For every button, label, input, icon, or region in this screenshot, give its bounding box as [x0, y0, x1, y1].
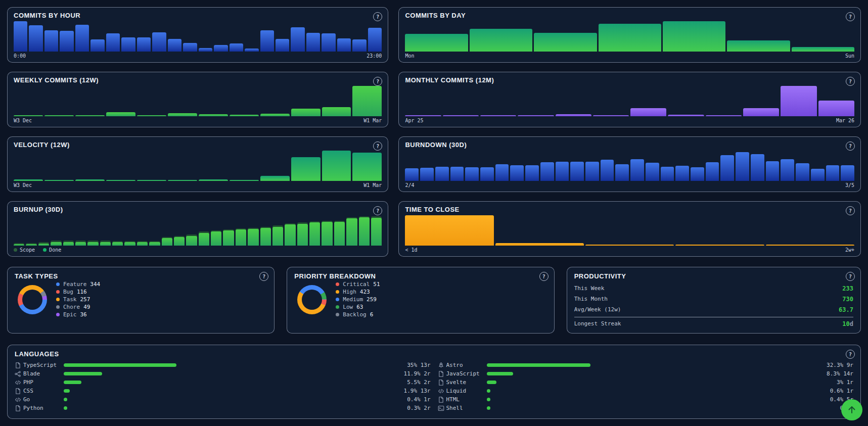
- language-row: JavaScript8.3% 14r: [438, 369, 854, 378]
- done-segment: [137, 242, 148, 246]
- language-name: Svelte: [446, 379, 487, 386]
- help-icon[interactable]: ?: [373, 77, 382, 86]
- legend-label: Critical: [343, 281, 370, 288]
- code-icon: [15, 396, 21, 403]
- language-row: PHP5.5% 2r: [15, 378, 431, 387]
- bar: [29, 25, 42, 52]
- bar: [260, 114, 290, 116]
- legend-value: 116: [77, 289, 87, 296]
- done-segment: [248, 229, 258, 246]
- language-value: 5.5% 2r: [392, 379, 431, 386]
- language-bar-track: [64, 406, 386, 410]
- legend-label: Backlog: [343, 311, 366, 318]
- done-segment: [162, 238, 172, 246]
- help-icon[interactable]: ?: [846, 141, 855, 151]
- bar: [75, 179, 105, 181]
- share-icon: [15, 370, 21, 377]
- bar: [480, 167, 494, 181]
- bar: [199, 114, 228, 116]
- chart-grid: COMMITS BY HOUR ? 0:00 23:00 COMMITS BY …: [7, 7, 861, 257]
- legend-item: Done: [43, 247, 61, 253]
- x-axis-left-label: < 1d: [405, 247, 417, 253]
- help-icon[interactable]: ?: [846, 350, 855, 359]
- help-icon[interactable]: ?: [373, 206, 382, 215]
- weekly-commits-panel: WEEKLY COMMITS (12W) ? W3 Dec W1 Mar: [7, 72, 388, 127]
- bar: [691, 167, 704, 181]
- done-segment: [14, 244, 24, 246]
- help-icon[interactable]: ?: [373, 12, 382, 21]
- bar: [470, 29, 532, 52]
- languages-column-left: TypeScript35% 13rBlade11.9% 2rPHP5.5% 2r…: [15, 361, 431, 412]
- x-axis-left-label: W3 Dec: [14, 182, 32, 188]
- stat-value: 10d: [842, 320, 853, 327]
- legend-label: Low: [343, 304, 353, 311]
- x-axis: Mon Sun: [405, 53, 854, 59]
- bar: [585, 245, 674, 246]
- language-bar: [487, 398, 490, 401]
- bar: [420, 168, 434, 181]
- stacked-bar: [162, 237, 172, 246]
- bar: [199, 179, 228, 181]
- done-segment: [124, 242, 135, 246]
- done-segment: [371, 218, 382, 246]
- x-axis-right-label: 3/5: [845, 182, 854, 188]
- bar: [826, 165, 840, 181]
- x-axis-left-label: 0:00: [14, 53, 26, 59]
- stat-value: 730: [842, 296, 853, 303]
- bar: [306, 33, 320, 52]
- help-icon[interactable]: ?: [539, 272, 549, 281]
- bar: [630, 108, 666, 116]
- file-icon: [438, 396, 444, 403]
- legend-dot-icon: [14, 248, 17, 252]
- bar: [137, 115, 166, 116]
- language-row: Blade11.9% 2r: [15, 369, 431, 378]
- x-axis: Apr 25 Mar 26: [405, 118, 854, 124]
- legend-label: High: [343, 289, 356, 296]
- legend-item: Scope: [14, 247, 35, 253]
- code-icon: [15, 379, 21, 386]
- legend-dot-icon: [56, 313, 60, 316]
- burndown-panel: BURNDOWN (30D) ? 2/4 3/5: [398, 136, 861, 192]
- bar: [630, 159, 644, 181]
- language-value: 11.9% 2r: [392, 370, 431, 377]
- help-icon[interactable]: ?: [846, 12, 855, 21]
- bar: [199, 48, 212, 52]
- help-icon[interactable]: ?: [846, 272, 855, 281]
- stacked-bar: [63, 241, 74, 246]
- bar-chart: [14, 151, 382, 181]
- help-icon[interactable]: ?: [373, 141, 382, 151]
- rocket-icon: [438, 362, 444, 369]
- language-bar: [487, 381, 496, 384]
- bar: [781, 159, 794, 181]
- legend-item: Critical51: [336, 281, 380, 288]
- bar: [322, 151, 351, 181]
- legend-value: 344: [90, 281, 100, 288]
- bar: [352, 153, 382, 181]
- stacked-bar-chart: [14, 215, 382, 246]
- bar: [405, 115, 441, 116]
- done-segment: [63, 242, 74, 246]
- language-bar: [64, 381, 81, 384]
- legend-dot-icon: [43, 248, 47, 252]
- language-bar-track: [64, 372, 386, 375]
- legend-label: Bug: [63, 289, 73, 296]
- help-icon[interactable]: ?: [846, 77, 855, 86]
- bar: [706, 115, 742, 116]
- done-segment: [211, 231, 221, 246]
- bar: [322, 33, 335, 52]
- bar: [841, 165, 854, 181]
- legend-item: Low63: [336, 304, 380, 311]
- productivity-rows: This Week 233 This Month 730 Avg/Week (1…: [574, 283, 853, 329]
- help-icon[interactable]: ?: [846, 206, 855, 215]
- stacked-bar: [285, 223, 295, 246]
- scroll-to-top-button[interactable]: [841, 399, 862, 420]
- legend-dot-icon: [56, 305, 60, 309]
- stacked-bar: [186, 234, 197, 246]
- time-to-close-panel: TIME TO CLOSE ? < 1d 2w+: [398, 201, 861, 257]
- language-bar-track: [487, 372, 809, 375]
- bar: [405, 168, 419, 181]
- help-icon[interactable]: ?: [259, 272, 268, 281]
- bar: [14, 21, 27, 52]
- legend-value: 49: [83, 304, 90, 311]
- bar: [405, 215, 493, 246]
